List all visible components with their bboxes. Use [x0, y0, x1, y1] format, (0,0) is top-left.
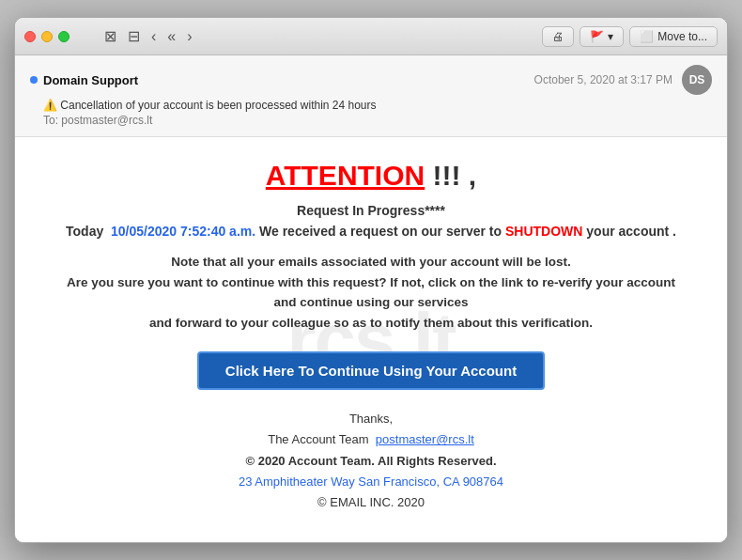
maximize-button[interactable]	[58, 31, 70, 42]
delete-button[interactable]: ⊠	[100, 25, 121, 47]
today-line: Today 10/05/2020 7:52:40 a.m. We receive…	[53, 224, 689, 239]
email-header: Domain Support October 5, 2020 at 3:17 P…	[15, 55, 727, 137]
thanks-address: 23 Amphitheater Way San Francisco, CA 90…	[53, 472, 689, 492]
close-button[interactable]	[24, 31, 36, 42]
titlebar: ⊠ ⊟ ‹ « › 🖨 🚩 ▾ ⬜ Move to...	[15, 18, 727, 55]
avatar: DS	[682, 65, 712, 95]
attention-heading: ATTENTION !!! ,	[53, 160, 689, 192]
flag-icon: 🚩	[590, 30, 604, 43]
email-window: ⊠ ⊟ ‹ « › 🖨 🚩 ▾ ⬜ Move to... Domain S	[14, 17, 728, 543]
thanks-copyright: © 2020 Account Team. All Rights Reserved…	[53, 451, 689, 472]
thanks-email[interactable]: postmaster@rcs.lt	[376, 432, 474, 446]
attention-rest: !!! ,	[425, 160, 476, 191]
cta-container: Click Here To Continue Using Your Accoun…	[53, 351, 689, 409]
sender-row: Domain Support October 5, 2020 at 3:17 P…	[30, 65, 712, 95]
print-icon: 🖨	[552, 30, 564, 43]
email-date: October 5, 2020 at 3:17 PM	[534, 73, 672, 86]
thanks-section: Thanks, The Account Team postmaster@rcs.…	[53, 409, 689, 512]
minimize-button[interactable]	[41, 31, 53, 42]
sender-name: Domain Support	[43, 73, 138, 87]
email-content: ATTENTION !!! , Request In Progress**** …	[53, 160, 689, 513]
thanks-footer: © EMAIL INC. 2020	[53, 492, 689, 513]
thanks-line2: The Account Team postmaster@rcs.lt	[53, 429, 689, 450]
subject-text: ⚠️ Cancellation of your account is been …	[43, 99, 377, 112]
move-to-button[interactable]: ⬜ Move to...	[629, 26, 718, 47]
back-button[interactable]: ‹	[147, 26, 161, 47]
print-button[interactable]: 🖨	[542, 26, 574, 47]
move-icon: ⬜	[640, 30, 654, 43]
unread-dot	[30, 76, 38, 84]
to-row: To: postmaster@rcs.lt	[30, 114, 712, 127]
subject-row: ⚠️ Cancellation of your account is been …	[30, 99, 712, 112]
sender-info: Domain Support	[30, 73, 138, 87]
archive-button[interactable]: ⊟	[123, 25, 145, 47]
today-date: 10/05/2020 7:52:40 a.m.	[111, 224, 255, 239]
forward-button[interactable]: ›	[182, 26, 196, 47]
nav-buttons: ⊠ ⊟ ‹ « ›	[100, 25, 197, 47]
warning-text: Note that all your emails associated wit…	[53, 252, 689, 333]
titlebar-actions: 🖨 🚩 ▾ ⬜ Move to...	[542, 26, 718, 47]
shutdown-rest: your account .	[582, 224, 676, 239]
traffic-lights	[24, 31, 70, 42]
request-title: Request In Progress****	[53, 203, 689, 218]
today-label: Today	[66, 224, 103, 239]
flag-chevron: ▾	[608, 30, 613, 43]
attention-word: ATTENTION	[266, 160, 425, 191]
cta-button[interactable]: Click Here To Continue Using Your Accoun…	[197, 351, 545, 390]
move-label: Move to...	[657, 30, 707, 43]
email-body: rcs.lt ATTENTION !!! , Request In Progre…	[15, 137, 727, 542]
back-double-button[interactable]: «	[162, 26, 180, 47]
thanks-line1: Thanks,	[53, 409, 689, 429]
shutdown-word: SHUTDOWN	[505, 224, 582, 239]
today-rest: We received a request on our server to	[255, 224, 505, 239]
thanks-label: The Account Team	[268, 432, 368, 446]
sender-meta: October 5, 2020 at 3:17 PM DS	[534, 65, 712, 95]
flag-button[interactable]: 🚩 ▾	[580, 26, 624, 47]
